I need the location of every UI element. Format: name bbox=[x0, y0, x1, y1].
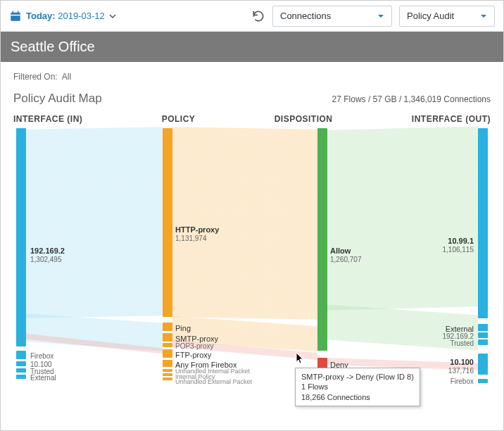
refresh-icon bbox=[251, 9, 265, 23]
node-in-trusted[interactable] bbox=[16, 368, 26, 373]
label-pol-http: HTTP-proxy 1,131,974 bbox=[175, 225, 219, 242]
label-pol-ping: Ping bbox=[175, 324, 191, 333]
node-pol-smtp[interactable] bbox=[163, 333, 172, 342]
node-out-trusted[interactable] bbox=[478, 339, 488, 345]
node-out-external[interactable] bbox=[478, 324, 488, 331]
label-in-main: 192.169.2 1,302,495 bbox=[30, 246, 65, 263]
label-out-main: 10.99.1 1,106,115 bbox=[443, 237, 474, 254]
chevron-down-icon bbox=[480, 13, 487, 20]
node-out-192[interactable] bbox=[478, 332, 488, 338]
policy-audit-dropdown[interactable]: Policy Audit bbox=[399, 6, 495, 27]
node-pol-ftp[interactable] bbox=[163, 349, 172, 358]
label-pol-pop3: POP3-proxy bbox=[175, 342, 213, 351]
label-pol-ftp: FTP-proxy bbox=[175, 351, 211, 360]
column-headers: INTERFACE (IN) POLICY DISPOSITION INTERF… bbox=[13, 114, 491, 124]
label-pol-uep: Unhandled External Packet bbox=[175, 378, 252, 385]
filter-status: Filtered On: All bbox=[13, 72, 491, 82]
node-out-firebox[interactable] bbox=[478, 379, 488, 383]
svg-rect-2 bbox=[13, 11, 14, 13]
node-disp-allow[interactable] bbox=[317, 128, 327, 351]
filter-label: Filtered On: bbox=[13, 72, 58, 82]
refresh-button[interactable] bbox=[251, 9, 265, 23]
content: Filtered On: All Policy Audit Map 27 Flo… bbox=[1, 62, 503, 410]
sankey-chart[interactable]: 192.169.2 1,302,495 Firebox 10.100 Trust… bbox=[13, 128, 491, 400]
label-out-trusted: Trusted bbox=[450, 339, 474, 348]
date-label: Today: bbox=[26, 11, 56, 21]
svg-rect-3 bbox=[18, 11, 19, 13]
connections-label: Connections bbox=[280, 11, 331, 21]
chevron-down-icon bbox=[109, 13, 116, 20]
col-disposition: DISPOSITION bbox=[275, 114, 333, 124]
flow-band bbox=[26, 127, 163, 318]
node-in-10100[interactable] bbox=[16, 361, 26, 366]
node-pol-ping[interactable] bbox=[163, 323, 172, 331]
svg-rect-1 bbox=[11, 14, 20, 15]
col-policy: POLICY bbox=[162, 114, 196, 124]
node-pol-pop3[interactable] bbox=[163, 343, 172, 347]
node-out-main[interactable] bbox=[478, 128, 488, 318]
tooltip: SMTP-proxy -> Deny (Flow ID 8) 1 Flows 1… bbox=[295, 368, 420, 406]
label-out-firebox: Firebox bbox=[451, 377, 474, 386]
connections-dropdown[interactable]: Connections bbox=[272, 6, 392, 27]
filter-value: All bbox=[62, 72, 71, 82]
node-pol-uip[interactable] bbox=[163, 369, 172, 372]
node-in-firebox[interactable] bbox=[16, 351, 26, 359]
mouse-cursor-icon bbox=[295, 352, 305, 365]
tooltip-line2: 1 Flows bbox=[301, 382, 414, 392]
date-value: 2019-03-12 bbox=[58, 11, 105, 21]
label-out-10100: 10.100 137,716 bbox=[448, 358, 474, 375]
stats: 27 Flows / 57 GB / 1,346,019 Connections bbox=[332, 94, 491, 104]
map-title: Policy Audit Map bbox=[13, 92, 102, 106]
node-pol-ip[interactable] bbox=[163, 373, 172, 376]
label-in-firebox: Firebox bbox=[30, 352, 53, 361]
flow-band bbox=[327, 126, 478, 311]
label-in-external: External bbox=[30, 374, 56, 382]
chevron-down-icon bbox=[377, 13, 384, 20]
node-in-external[interactable] bbox=[16, 375, 26, 379]
calendar-icon bbox=[9, 10, 22, 23]
topbar: Today: 2019-03-12 Connections Policy Aud… bbox=[1, 1, 503, 32]
date-picker[interactable]: Today: 2019-03-12 bbox=[9, 10, 116, 23]
node-policy-http[interactable] bbox=[163, 128, 172, 317]
node-out-10100[interactable] bbox=[478, 354, 488, 375]
node-pol-any[interactable] bbox=[163, 360, 172, 367]
label-disp-allow: Allow 1,260,707 bbox=[330, 246, 362, 263]
svg-rect-0 bbox=[11, 12, 20, 20]
col-interface-in: INTERFACE (IN) bbox=[13, 114, 82, 124]
page-title: Seattle Office bbox=[1, 32, 503, 62]
tooltip-line3: 18,266 Connections bbox=[301, 392, 414, 402]
audit-label: Policy Audit bbox=[407, 11, 454, 21]
tooltip-line1: SMTP-proxy -> Deny (Flow ID 8) bbox=[301, 372, 414, 382]
node-pol-uep[interactable] bbox=[163, 377, 172, 380]
flow-band bbox=[172, 127, 317, 320]
node-interface-in-main[interactable] bbox=[16, 128, 26, 346]
col-interface-out: INTERFACE (OUT) bbox=[412, 114, 491, 124]
